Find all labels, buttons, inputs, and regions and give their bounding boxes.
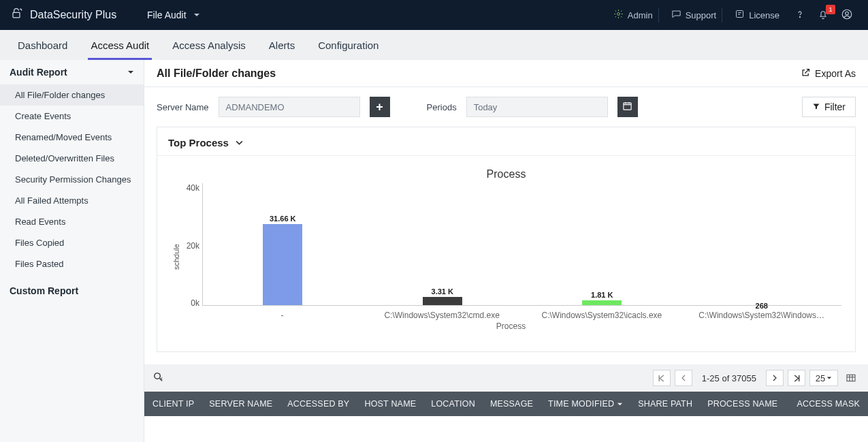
admin-label: Admin: [628, 10, 653, 20]
column-header[interactable]: ACCESS MASK: [797, 399, 860, 409]
export-button[interactable]: Export As: [801, 67, 856, 80]
period-input[interactable]: Today: [466, 97, 608, 117]
tab-access-analysis[interactable]: Access Analysis: [170, 31, 248, 60]
sidebar-item[interactable]: Files Copied: [0, 232, 144, 253]
table-column-header: CLIENT IPSERVER NAMEACCESSED BYHOST NAME…: [144, 392, 868, 416]
topbar-right: Admin Support License 1: [608, 7, 868, 22]
top-process-card: Top Process Process schdule 40k20k0k 31.…: [157, 127, 856, 352]
column-header[interactable]: PROCESS NAME: [707, 399, 777, 409]
page-range: 1-25 of 37055: [696, 373, 762, 383]
sidebar-custom-label: Custom Report: [10, 285, 78, 296]
license-icon: [735, 9, 745, 21]
calendar-button[interactable]: [617, 97, 638, 117]
x-axis-label: Process: [180, 321, 841, 331]
page-last-button[interactable]: [788, 370, 805, 386]
license-link[interactable]: License: [729, 7, 785, 22]
sidebar-item[interactable]: All Failed Attempts: [0, 190, 144, 211]
sidebar-item[interactable]: Files Pasted: [0, 253, 144, 274]
page-first-button[interactable]: [653, 370, 671, 386]
chevron-down-icon: [236, 137, 243, 148]
sidebar-item[interactable]: Renamed/Moved Events: [0, 127, 144, 148]
chart-bar[interactable]: [263, 224, 302, 305]
svg-rect-0: [13, 12, 20, 18]
main: All File/Folder changes Export As Server…: [144, 60, 868, 442]
svg-rect-6: [624, 103, 631, 110]
sidebar-item[interactable]: Deleted/Overwritten Files: [0, 148, 144, 169]
brand: DataSecurity Plus: [0, 7, 144, 23]
chart-bar[interactable]: [423, 297, 462, 305]
card-header[interactable]: Top Process: [157, 127, 855, 156]
bar-slot: 1.81 K: [522, 183, 682, 305]
sidebar-items: All File/Folder changesCreate EventsRena…: [0, 84, 144, 274]
add-server-button[interactable]: +: [370, 97, 390, 117]
module-tabs: DashboardAccess AuditAccess AnalysisAler…: [0, 30, 868, 60]
y-ticks: 40k20k0k: [180, 183, 199, 320]
table-search-button[interactable]: [152, 371, 164, 385]
bell-icon[interactable]: 1: [815, 9, 831, 22]
pager: 1-25 of 37055 25: [653, 370, 860, 386]
plus-icon: +: [376, 100, 383, 114]
column-header[interactable]: HOST NAME: [364, 399, 416, 409]
svg-rect-2: [737, 11, 743, 18]
user-icon[interactable]: [838, 8, 856, 22]
tab-access-audit[interactable]: Access Audit: [88, 31, 152, 60]
svg-point-5: [846, 12, 849, 15]
svg-rect-8: [847, 375, 855, 381]
column-header[interactable]: MESSAGE: [490, 399, 533, 409]
server-input[interactable]: ADMANDEMO: [219, 97, 360, 117]
column-header[interactable]: TIME MODIFIED: [548, 399, 623, 409]
chevron-down-icon: [127, 67, 134, 78]
column-header[interactable]: ACCESSED BY: [287, 399, 349, 409]
column-header[interactable]: SHARE PATH: [638, 399, 692, 409]
chart-bar[interactable]: [742, 304, 782, 305]
support-link[interactable]: Support: [666, 7, 723, 22]
bar-slot: 268: [682, 183, 842, 305]
sidebar-item[interactable]: Create Events: [0, 106, 144, 127]
export-label: Export As: [815, 68, 856, 79]
top-module-label: File Audit: [147, 10, 187, 20]
column-header[interactable]: LOCATION: [431, 399, 475, 409]
gear-icon: [613, 9, 624, 21]
columns-button[interactable]: [842, 370, 860, 386]
tab-alerts[interactable]: Alerts: [266, 31, 298, 60]
server-label: Server Name: [157, 102, 209, 112]
filter-button[interactable]: Filter: [802, 97, 856, 117]
table-controls: 1-25 of 37055 25: [144, 364, 868, 392]
page-prev-button[interactable]: [675, 370, 692, 386]
brand-icon: [10, 7, 23, 23]
license-label: License: [749, 10, 779, 20]
server-value: ADMANDEMO: [226, 102, 285, 112]
support-label: Support: [686, 10, 717, 20]
chevron-down-icon: [193, 10, 200, 20]
export-icon: [801, 67, 811, 80]
x-tick: C:\Windows\System32\Windows…: [681, 306, 841, 320]
period-label: Periods: [427, 102, 457, 112]
chart: Process schdule 40k20k0k 31.66 K3.31 K1.…: [157, 156, 855, 351]
admin-link[interactable]: Admin: [608, 7, 659, 22]
chart-title: Process: [171, 168, 841, 180]
column-header[interactable]: SERVER NAME: [209, 399, 272, 409]
page-header: All File/Folder changes Export As: [144, 60, 868, 87]
funnel-icon: [812, 101, 820, 112]
top-module-menu[interactable]: File Audit: [144, 10, 200, 20]
filter-row: Server Name ADMANDEMO + Periods Today F: [144, 87, 868, 127]
chart-plot: 31.66 K3.31 K1.81 K268: [202, 183, 841, 306]
column-header[interactable]: CLIENT IP: [152, 399, 194, 409]
y-tick: 40k: [180, 183, 199, 193]
sidebar-section-audit[interactable]: Audit Report: [0, 60, 144, 84]
page-next-button[interactable]: [766, 370, 784, 386]
calendar-icon: [622, 101, 632, 113]
tab-dashboard[interactable]: Dashboard: [15, 31, 70, 60]
x-tick: -: [202, 306, 362, 320]
sidebar-item[interactable]: Security Permission Changes: [0, 169, 144, 190]
chart-bar[interactable]: [582, 300, 622, 305]
help-icon[interactable]: [792, 9, 808, 22]
tab-configuration[interactable]: Configuration: [315, 31, 381, 60]
x-axis: -C:\Windows\System32\cmd.exeC:\Windows\S…: [202, 306, 841, 320]
sidebar-item[interactable]: All File/Folder changes: [0, 84, 144, 106]
sidebar-item[interactable]: Read Events: [0, 211, 144, 232]
page-size-select[interactable]: 25: [809, 370, 838, 386]
bar-slot: 3.31 K: [363, 183, 523, 305]
y-tick: 0k: [180, 298, 199, 308]
sidebar-section-custom[interactable]: Custom Report: [0, 279, 144, 303]
